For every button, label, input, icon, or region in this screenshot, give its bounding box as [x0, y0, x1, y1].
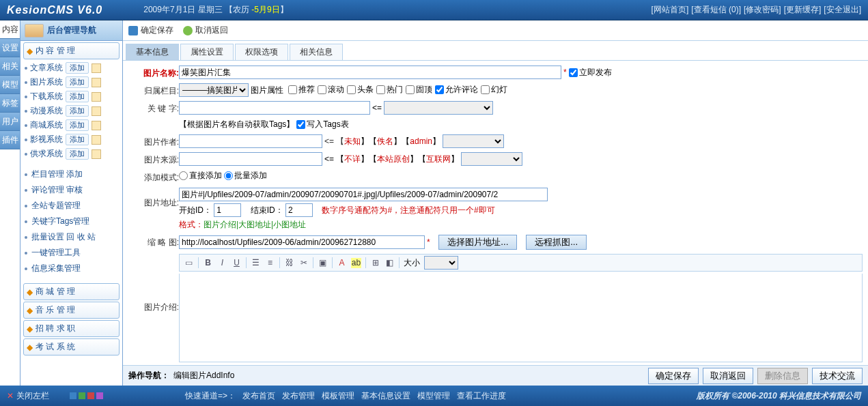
nav-button[interactable]: ◆考 试 系 统	[23, 338, 120, 356]
attr-checkbox[interactable]: 滚动	[318, 84, 344, 96]
nav-button[interactable]: ◆招 聘 求 职	[23, 320, 120, 337]
input-pic-addr[interactable]	[179, 188, 548, 201]
vtab-users[interactable]: 用户	[0, 113, 20, 131]
editor-textarea[interactable]	[179, 274, 863, 362]
vtab-related[interactable]: 相关	[0, 57, 20, 76]
nav-add-button[interactable]: 添加	[66, 76, 89, 88]
btn-select-pic-addr[interactable]: 选择图片地址...	[438, 235, 517, 250]
nav-item[interactable]: 信息采集管理	[20, 261, 122, 276]
nav-add-button[interactable]: 添加	[66, 105, 89, 117]
edit-icon[interactable]	[92, 63, 101, 73]
btn-content-manage[interactable]: ◆内 容 管 理	[23, 42, 120, 59]
edit-icon[interactable]	[92, 106, 101, 116]
bold-icon[interactable]: B	[203, 258, 213, 268]
edit-icon[interactable]	[92, 121, 101, 130]
nav-system-link[interactable]: 商城系统	[30, 119, 63, 131]
select-keyword[interactable]	[384, 101, 493, 115]
color-swatch-icon[interactable]	[79, 392, 85, 399]
vtab-plugins[interactable]: 插件	[0, 131, 20, 149]
edit-icon[interactable]	[92, 149, 101, 159]
select-author[interactable]	[443, 134, 504, 148]
list-icon[interactable]: ☰	[251, 258, 261, 268]
code-icon[interactable]: ◧	[384, 258, 395, 268]
edit-icon[interactable]	[92, 135, 101, 145]
nav-add-button[interactable]: 添加	[66, 62, 89, 74]
vtab-tags[interactable]: 标签	[0, 94, 20, 113]
nav-system-link[interactable]: 下载系统	[30, 91, 63, 102]
nav-add-button[interactable]: 添加	[66, 119, 89, 131]
nav-add-button[interactable]: 添加	[66, 148, 89, 160]
underline-icon[interactable]: U	[232, 258, 242, 268]
select-font-size[interactable]	[424, 256, 458, 270]
nav-item[interactable]: 栏目管理 添加	[20, 166, 122, 182]
nav-button[interactable]: ◆音 乐 管 理	[23, 302, 120, 319]
btn-delete[interactable]: 删除信息	[757, 368, 808, 384]
attr-checkbox[interactable]: 幻灯	[481, 84, 507, 96]
toolbar-save-button[interactable]: 确定保存	[128, 25, 173, 36]
radio-single-add[interactable]: 直接添加	[179, 170, 222, 182]
input-end-id[interactable]	[285, 203, 313, 217]
color-swatch-icon[interactable]	[96, 392, 103, 399]
nav-item[interactable]: 一键管理工具	[20, 245, 122, 261]
tab-related-info[interactable]: 相关信息	[290, 44, 343, 60]
select-category[interactable]: ———搞笑图片	[179, 83, 249, 97]
nav-item[interactable]: 全站专题管理	[20, 198, 122, 214]
tab-attr-settings[interactable]: 属性设置	[180, 44, 234, 60]
btn-tech-exchange[interactable]: 技术交流	[812, 368, 863, 384]
close-left-label[interactable]: 关闭左栏	[16, 390, 49, 402]
color-swatch-icon[interactable]	[70, 392, 76, 399]
link-logout[interactable]: [安全退出]	[824, 4, 861, 16]
input-source[interactable]	[179, 152, 322, 166]
tab-permission[interactable]: 权限选项	[235, 44, 288, 60]
italic-icon[interactable]: I	[217, 258, 227, 268]
link-home[interactable]: [网站首页]	[652, 4, 689, 16]
nav-system-link[interactable]: 图片系统	[30, 76, 63, 88]
nav-item[interactable]: 批量设置 回 收 站	[20, 229, 122, 245]
color-swatch-icon[interactable]	[87, 392, 94, 399]
checkbox-write-tags[interactable]: 写入Tags表	[296, 119, 348, 130]
nav-item[interactable]: 关键字Tags管理	[20, 214, 122, 229]
radio-batch-add[interactable]: 批量添加	[224, 170, 267, 182]
input-keyword[interactable]	[179, 101, 370, 115]
fontcolor-icon[interactable]: A	[337, 258, 347, 268]
nav-system-link[interactable]: 供求系统	[30, 148, 63, 160]
toolbar-cancel-button[interactable]: 取消返回	[183, 25, 228, 36]
attr-checkbox[interactable]: 固顶	[406, 84, 432, 96]
unlink-icon[interactable]: ✂	[298, 258, 309, 268]
link-icon[interactable]: ⛓	[284, 258, 294, 268]
btn-remote-grab[interactable]: 远程抓图...	[526, 235, 587, 250]
nav-item[interactable]: 评论管理 审核	[20, 182, 122, 198]
nav-system-link[interactable]: 动漫系统	[30, 105, 63, 117]
attr-checkbox[interactable]: 热门	[376, 84, 403, 96]
tab-basic-info[interactable]: 基本信息	[126, 44, 179, 60]
attr-checkbox[interactable]: 允许评论	[435, 84, 478, 96]
quick-link[interactable]: 基本信息设置	[361, 390, 410, 402]
nav-system-link[interactable]: 影视系统	[30, 134, 63, 145]
nav-button[interactable]: ◆商 城 管 理	[23, 283, 120, 300]
quick-link[interactable]: 查看工作进度	[457, 390, 506, 402]
quick-link[interactable]: 模板管理	[322, 390, 354, 402]
vtab-model[interactable]: 模型	[0, 76, 20, 94]
attr-checkbox[interactable]: 头条	[347, 84, 374, 96]
quick-link[interactable]: 模型管理	[417, 390, 450, 402]
input-author[interactable]	[179, 134, 322, 148]
input-pic-name[interactable]	[179, 66, 561, 79]
new-icon[interactable]: ▭	[184, 258, 194, 268]
attr-checkbox[interactable]: 推荐	[288, 84, 315, 96]
nav-add-button[interactable]: 添加	[66, 91, 89, 102]
input-start-id[interactable]	[214, 203, 241, 217]
checkbox-publish-now[interactable]: 立即发布	[569, 67, 612, 78]
edit-icon[interactable]	[92, 78, 101, 87]
image-icon[interactable]: ▣	[318, 258, 328, 268]
input-thumbnail[interactable]	[179, 235, 425, 249]
btn-save[interactable]: 确定保存	[648, 368, 699, 384]
close-left-icon[interactable]: ✕	[7, 391, 14, 401]
link-messages[interactable]: [查看短信 (0)]	[691, 4, 741, 16]
nav-system-link[interactable]: 文章系统	[30, 62, 63, 74]
btn-cancel[interactable]: 取消返回	[703, 368, 753, 384]
table-icon[interactable]: ⊞	[370, 258, 380, 268]
vtab-settings[interactable]: 设置	[0, 39, 20, 57]
link-change-password[interactable]: [修改密码]	[744, 4, 781, 16]
link-refresh-cache[interactable]: [更新缓存]	[784, 4, 822, 16]
edit-icon[interactable]	[92, 92, 101, 102]
